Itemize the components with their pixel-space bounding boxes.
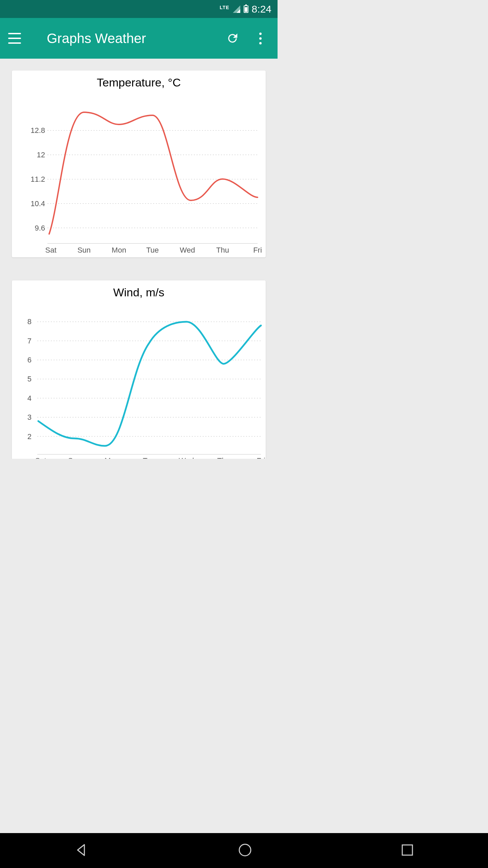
wind-ytick-2: 4	[27, 394, 32, 402]
temp-xtick-6: Fri	[253, 246, 262, 254]
wind-ytick-1: 3	[27, 413, 32, 421]
temp-xtick-1: Sun	[77, 246, 90, 254]
wind-ytick-5: 7	[27, 337, 32, 345]
temp-ytick-1: 10.4	[30, 199, 45, 208]
temp-ytick-4: 12.8	[30, 126, 45, 135]
wind-ytick-3: 5	[27, 375, 32, 383]
wind-ytick-4: 6	[27, 356, 32, 364]
wind-line	[38, 322, 261, 446]
wind-chart-title: Wind, m/s	[12, 284, 266, 302]
temperature-card: Temperature, °C 9.6 10.4 11.2 12 12.8 Sa…	[12, 71, 266, 257]
temp-xtick-4: Wed	[180, 246, 195, 254]
refresh-icon	[226, 32, 239, 45]
wind-xtick-2: Mon	[105, 456, 119, 459]
wind-chart: 2 3 4 5 6 7 8 Sat Sun Mon Tue Wed Thu Fr…	[12, 302, 266, 459]
signal-icon	[233, 5, 240, 13]
wind-xtick-1: Sun	[68, 456, 81, 459]
clock: 8:24	[252, 3, 271, 15]
wind-xtick-5: Thu	[217, 456, 230, 459]
temperature-chart-title: Temperature, °C	[12, 74, 266, 93]
refresh-button[interactable]	[223, 29, 242, 47]
battery-icon	[244, 5, 248, 13]
status-bar: LTE 8:24	[0, 0, 278, 18]
temp-xtick-5: Thu	[216, 246, 229, 254]
temp-ytick-2: 11.2	[30, 175, 45, 183]
temp-xtick-3: Tue	[146, 246, 159, 254]
wind-xtick-4: Wed	[179, 456, 194, 459]
temp-ytick-0: 9.6	[35, 224, 45, 232]
temp-xtick-0: Sat	[45, 246, 56, 254]
temperature-chart: 9.6 10.4 11.2 12 12.8 Sat Sun Mon Tue We…	[12, 93, 266, 255]
temp-ytick-3: 12	[37, 151, 45, 159]
wind-xtick-0: Sat	[35, 456, 46, 459]
app-bar: Graphs Weather	[0, 18, 278, 59]
network-label: LTE	[220, 5, 229, 10]
wind-ytick-0: 2	[27, 432, 32, 441]
app-title: Graphs Weather	[47, 31, 214, 46]
temp-xtick-2: Mon	[112, 246, 126, 254]
wind-xtick-3: Tue	[143, 456, 155, 459]
wind-xtick-6: Fri	[257, 456, 265, 459]
overflow-button[interactable]	[251, 29, 269, 47]
wind-card: Wind, m/s 2 3 4 5 6 7 8 S	[12, 280, 266, 459]
wind-ytick-6: 8	[27, 317, 32, 326]
content: Temperature, °C 9.6 10.4 11.2 12 12.8 Sa…	[0, 59, 278, 459]
menu-button[interactable]	[8, 29, 26, 47]
